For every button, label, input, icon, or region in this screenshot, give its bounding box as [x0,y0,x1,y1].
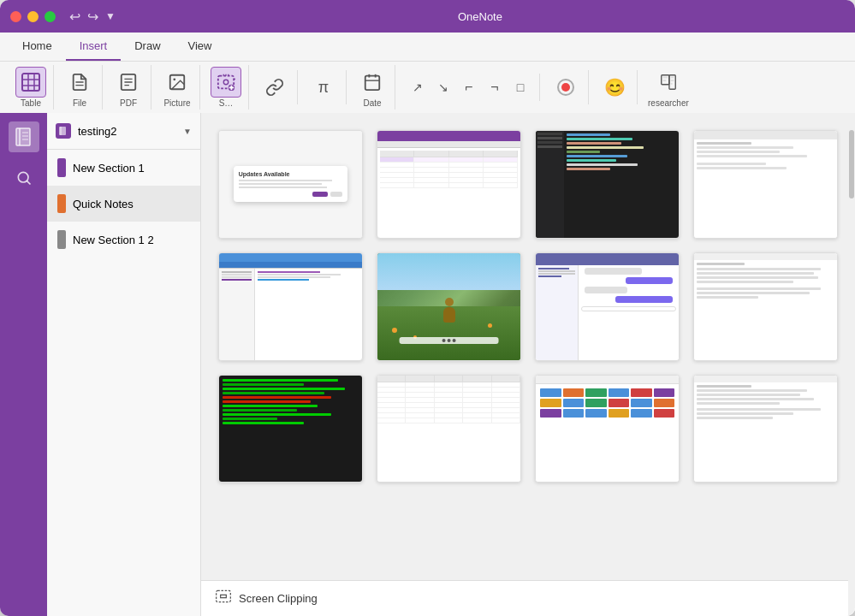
search-icon[interactable] [9,163,39,193]
shape-arrow1-icon[interactable]: ↗ [406,75,430,99]
ribbon-content: Table File [0,62,855,113]
ribbon-group-shapes: ↗ ↘ ⌐ ¬ □ [399,74,540,101]
ribbon-group-sticker: researcher [641,65,696,110]
notebook-icon-book[interactable] [9,121,39,152]
minimize-button[interactable] [27,11,39,22]
thumbnail-7[interactable] [535,252,680,361]
shapes-icons: ↗ ↘ ⌐ ¬ □ [406,75,532,99]
svg-point-14 [223,80,229,85]
notebook-name: testing2 [78,125,183,138]
main-area: testing2 ▼ New Section 1 Quick Notes New… [0,113,855,616]
page-area: Updates Available [201,113,855,616]
notebook-color-icon [56,123,71,139]
tab-view[interactable]: View [175,33,226,61]
svg-rect-22 [365,76,380,91]
thumbnail-2[interactable] [377,130,521,239]
thumbnail-8[interactable] [693,252,838,361]
researcher-label-ribbon: researcher [648,98,689,108]
shape-rect-icon[interactable]: □ [508,75,532,99]
thumbnail-9[interactable] [218,375,363,483]
section-color-indicator [57,230,66,249]
screenshot-label: S… [219,98,234,108]
screen-clipping-label[interactable]: Screen Clipping [239,592,318,605]
tab-draw[interactable]: Draw [121,33,174,61]
bottom-bar: Screen Clipping [201,580,855,616]
picture-label: Picture [163,98,190,108]
screen-clipping-icon [215,588,232,609]
svg-line-41 [27,181,30,184]
picture-button[interactable] [162,67,193,98]
equation-button[interactable]: π [308,72,339,103]
sidebar-item-new-section-2[interactable]: New Section 1 2 [47,222,200,258]
pdf-button[interactable] [113,67,144,98]
traffic-lights [10,11,56,22]
svg-rect-33 [671,80,674,81]
maximize-button[interactable] [45,11,56,22]
shape-arrow2-icon[interactable]: ↘ [431,75,455,99]
shape-angle2-icon[interactable]: ¬ [483,75,507,99]
svg-rect-29 [662,77,668,79]
svg-rect-32 [671,77,674,79]
table-button[interactable] [15,67,46,98]
svg-point-12 [173,78,175,80]
section-color-indicator [57,158,66,177]
section-label: New Section 1 2 [73,234,154,246]
tab-home[interactable]: Home [9,33,66,61]
window-title: OneNote [116,10,845,23]
tab-insert[interactable]: Insert [66,33,122,61]
screenshot-button[interactable] [211,67,241,98]
thumbnail-3[interactable] [535,130,680,239]
file-label: File [73,98,86,108]
svg-point-40 [18,172,28,182]
sticker-button[interactable] [653,67,684,98]
app-window: ↩ ↪ ▼ OneNote Home Insert Draw View Tabl [0,0,855,616]
svg-rect-0 [22,74,39,91]
svg-point-27 [561,83,570,92]
link-button[interactable] [259,72,290,103]
svg-rect-35 [16,128,30,145]
ribbon-group-emoji: 😊 [592,70,638,104]
pdf-label: PDF [120,98,137,108]
ribbon-group-link [252,70,298,104]
emoji-button[interactable]: 😊 [599,72,630,103]
notebook-sidebar [0,113,47,616]
svg-rect-44 [217,590,231,601]
section-label: New Section 1 [73,162,145,175]
section-color-indicator [57,194,66,213]
thumbnail-4[interactable] [693,130,838,239]
sections-sidebar: testing2 ▼ New Section 1 Quick Notes New… [47,113,201,616]
shape-angle1-icon[interactable]: ⌐ [457,75,481,99]
section-label: Quick Notes [73,198,134,210]
ribbon-group-record [543,70,589,104]
date-button[interactable] [357,67,388,98]
ribbon-tabs: Home Insert Draw View [0,33,855,62]
ribbon-group-date: Date [350,65,395,110]
thumbnail-11[interactable] [535,375,680,483]
thumbnail-1[interactable]: Updates Available [218,130,363,239]
notebook-chevron-icon: ▼ [183,127,192,136]
scroll-thumb[interactable] [849,130,854,198]
close-button[interactable] [10,11,21,22]
svg-rect-45 [221,595,227,597]
redo-icon[interactable]: ↪ [87,9,98,25]
nav-controls: ↩ ↪ ▼ [69,9,116,25]
screenshot-grid: Updates Available [201,113,855,580]
more-icon[interactable]: ▼ [105,10,116,22]
svg-rect-30 [662,80,666,81]
svg-rect-34 [671,83,673,85]
thumbnail-10[interactable] [377,375,521,483]
thumbnail-5[interactable] [218,252,363,361]
svg-rect-42 [59,127,66,135]
file-button[interactable] [64,67,95,98]
date-label: Date [363,98,381,108]
sidebar-item-new-section-1[interactable]: New Section 1 [47,150,200,186]
thumbnail-6[interactable] [377,252,521,361]
sidebar-item-quick-notes[interactable]: Quick Notes [47,186,200,222]
scrollbar[interactable] [848,113,855,616]
undo-icon[interactable]: ↩ [69,9,80,25]
record-button[interactable] [550,72,581,103]
ribbon-group-picture: Picture [155,65,200,110]
ribbon-group-table: Table [9,65,54,110]
notebook-header[interactable]: testing2 ▼ [47,113,200,150]
thumbnail-12[interactable] [693,375,838,483]
